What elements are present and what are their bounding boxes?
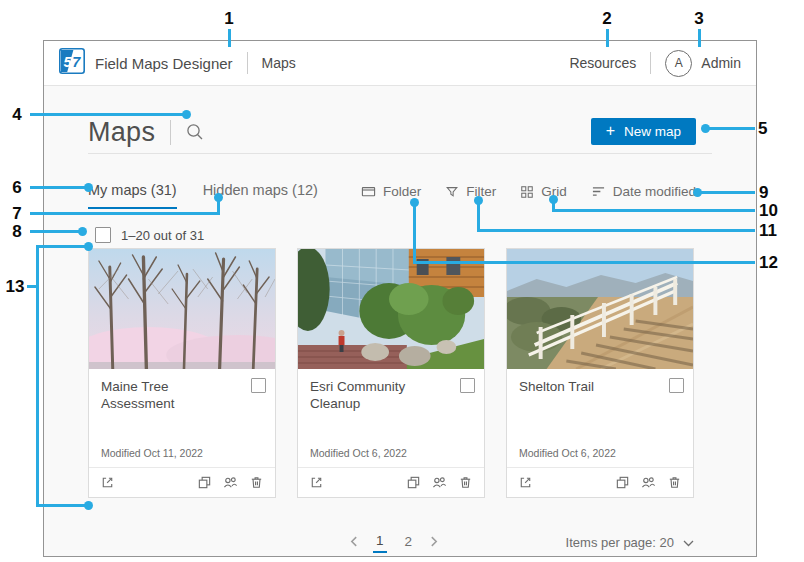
search-icon[interactable] <box>186 123 204 141</box>
app-header: 5 7 Field Maps Designer Maps Resources A… <box>44 41 756 86</box>
list-toolbar: Folder Filter Grid <box>361 184 696 199</box>
callout-2: 2 <box>600 9 614 29</box>
chevron-down-icon <box>683 535 694 550</box>
callout-12-line-2 <box>413 203 416 264</box>
items-per-page-label: Items per page: 20 <box>566 535 674 550</box>
map-card[interactable]: Maine Tree Assessment Modified Oct 11, 2… <box>88 248 276 498</box>
callout-13-bottom-dot <box>84 501 93 510</box>
field-maps-logo: 5 7 <box>59 48 85 78</box>
delete-icon[interactable] <box>249 475 264 490</box>
duplicate-icon[interactable] <box>406 475 421 490</box>
callout-4: 4 <box>6 105 28 125</box>
map-checkbox[interactable] <box>669 378 684 393</box>
folder-icon <box>361 184 376 199</box>
callout-13-top-dot <box>84 242 93 251</box>
filter-button[interactable]: Filter <box>445 184 496 199</box>
callout-6-dot <box>84 183 93 192</box>
map-title: Esri Community Cleanup <box>310 379 454 413</box>
filter-icon <box>445 185 459 199</box>
callout-11-line <box>477 229 755 232</box>
callout-5: 5 <box>758 119 784 139</box>
next-page-icon[interactable] <box>430 536 438 550</box>
callout-3: 3 <box>692 9 706 29</box>
grid-view-button[interactable]: Grid <box>520 184 567 199</box>
selection-row: 1–20 out of 31 <box>95 227 204 243</box>
resources-link[interactable]: Resources <box>569 55 636 71</box>
duplicate-icon[interactable] <box>615 475 630 490</box>
delete-icon[interactable] <box>458 475 473 490</box>
callout-11-line-2 <box>477 201 480 232</box>
svg-text:7: 7 <box>72 54 81 70</box>
new-map-label: New map <box>624 124 681 139</box>
callout-5-line <box>709 127 755 130</box>
new-map-button[interactable]: + New map <box>591 118 696 145</box>
avatar-initial: A <box>675 56 683 70</box>
callout-12: 12 <box>759 253 785 273</box>
nav-tab-maps[interactable]: Maps <box>262 55 296 71</box>
callout-3-line <box>698 29 701 47</box>
map-modified-date: Modified Oct 6, 2022 <box>310 447 407 459</box>
share-group-icon[interactable] <box>432 475 447 490</box>
map-title: Shelton Trail <box>519 379 663 396</box>
map-card-footer <box>89 467 275 497</box>
callout-9: 9 <box>759 183 785 203</box>
plus-icon: + <box>606 123 615 139</box>
map-thumbnail <box>89 249 275 369</box>
duplicate-icon[interactable] <box>197 475 212 490</box>
sort-icon <box>591 185 606 198</box>
callout-1: 1 <box>222 9 236 29</box>
open-map-icon[interactable] <box>100 475 115 490</box>
header-divider <box>247 52 248 74</box>
delete-icon[interactable] <box>667 475 682 490</box>
share-group-icon[interactable] <box>641 475 656 490</box>
callout-9-dot <box>693 188 702 197</box>
callout-4-dot <box>182 110 191 119</box>
open-map-icon[interactable] <box>309 475 324 490</box>
prev-page-icon[interactable] <box>350 536 358 550</box>
map-card-body: Esri Community Cleanup Modified Oct 6, 2… <box>298 369 484 468</box>
map-card[interactable]: Esri Community Cleanup Modified Oct 6, 2… <box>297 248 485 498</box>
callout-7: 7 <box>6 204 28 224</box>
selection-range-label: 1–20 out of 31 <box>121 228 204 243</box>
callout-5-dot <box>701 124 710 133</box>
callout-7-dot <box>214 193 223 202</box>
sort-button[interactable]: Date modified <box>591 184 696 199</box>
select-all-checkbox[interactable] <box>95 227 111 243</box>
callout-2-line <box>606 29 609 47</box>
map-thumbnail <box>298 249 484 369</box>
map-checkbox[interactable] <box>251 378 266 393</box>
map-card[interactable]: Shelton Trail Modified Oct 6, 2022 <box>506 248 694 498</box>
page-title: Maps <box>88 117 155 148</box>
share-group-icon[interactable] <box>223 475 238 490</box>
page-title-row: Maps <box>88 115 204 149</box>
callout-13-bottom-line <box>38 504 88 507</box>
tab-my-maps[interactable]: My maps (31) <box>88 182 177 209</box>
map-checkbox[interactable] <box>460 378 475 393</box>
title-divider <box>170 120 171 145</box>
map-card-grid: Maine Tree Assessment Modified Oct 11, 2… <box>88 248 694 498</box>
username[interactable]: Admin <box>701 55 741 71</box>
map-card-footer <box>298 467 484 497</box>
callout-8: 8 <box>6 222 28 242</box>
callout-10: 10 <box>759 201 785 221</box>
callout-7-line <box>30 212 220 215</box>
items-per-page-select[interactable]: Items per page: 20 <box>566 535 694 550</box>
header-divider-2 <box>650 52 651 74</box>
app-window: 5 7 Field Maps Designer Maps Resources A… <box>43 40 757 557</box>
callout-8-dot <box>78 227 87 236</box>
callout-6: 6 <box>6 178 28 198</box>
map-card-body: Maine Tree Assessment Modified Oct 11, 2… <box>89 369 275 468</box>
open-map-icon[interactable] <box>518 475 533 490</box>
app-title: Field Maps Designer <box>95 55 233 72</box>
page-1[interactable]: 1 <box>373 533 387 553</box>
callout-12-dot <box>410 198 419 207</box>
callout-11: 11 <box>759 221 785 241</box>
callout-12-line <box>413 261 755 264</box>
avatar[interactable]: A <box>665 50 692 77</box>
callout-6-line <box>30 186 86 189</box>
callout-13-top-line <box>38 245 88 248</box>
page-2[interactable]: 2 <box>402 534 416 552</box>
folder-button[interactable]: Folder <box>361 184 421 199</box>
callout-13: 13 <box>2 277 28 297</box>
callout-11-dot <box>474 196 483 205</box>
